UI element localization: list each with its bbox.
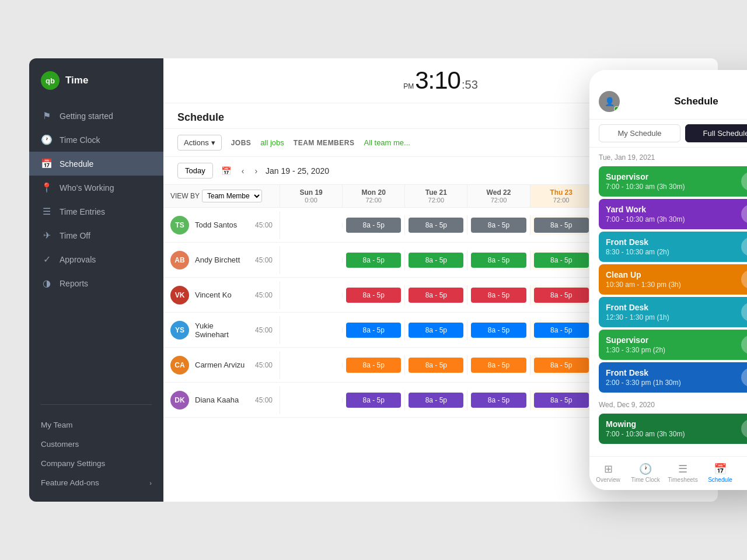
shift-badge[interactable]: 8a - 5p bbox=[534, 358, 589, 373]
sidebar-item-getting-started[interactable]: ⚑ Getting started bbox=[29, 104, 163, 128]
next-week-button[interactable]: › bbox=[252, 165, 260, 177]
shift-cell[interactable]: 8a - 5p bbox=[467, 390, 530, 410]
card-title: Front Desk bbox=[606, 303, 741, 312]
sidebar-link-customers[interactable]: Customers bbox=[29, 435, 163, 454]
shift-badge[interactable]: 8a - 5p bbox=[471, 288, 526, 303]
shift-cell[interactable]: 8a - 5p bbox=[530, 250, 593, 270]
sidebar-link-company-settings[interactable]: Company Settings bbox=[29, 454, 163, 473]
shift-badge[interactable]: 8a - 5p bbox=[471, 393, 526, 408]
sidebar-item-time-off[interactable]: ✈ Time Off bbox=[29, 223, 163, 247]
shift-badge[interactable]: 8a - 5p bbox=[471, 218, 526, 233]
shift-cell[interactable]: 8a - 5p bbox=[467, 215, 530, 235]
qb-logo-icon: qb bbox=[41, 71, 60, 90]
all-jobs-link[interactable]: all jobs bbox=[260, 138, 284, 147]
time-main: 3:10 bbox=[415, 66, 460, 94]
shift-cell[interactable]: 8a - 5p bbox=[343, 285, 405, 305]
sidebar-label-getting-started: Getting started bbox=[60, 111, 113, 121]
avatar: AB bbox=[170, 251, 189, 270]
shift-badge[interactable]: 8a - 5p bbox=[409, 358, 463, 373]
shift-cell[interactable]: 8a - 5p bbox=[343, 250, 405, 270]
sidebar-item-time-entries[interactable]: ☰ Time Entries bbox=[29, 200, 163, 223]
shift-badge[interactable]: 8a - 5p bbox=[534, 393, 589, 408]
sidebar-item-approvals[interactable]: ✓ Approvals bbox=[29, 247, 163, 271]
prev-week-button[interactable]: ‹ bbox=[239, 165, 247, 177]
shift-badge[interactable]: 8a - 5p bbox=[346, 323, 401, 338]
shift-cell[interactable]: 8a - 5p bbox=[405, 285, 467, 305]
card-title: Front Desk bbox=[606, 237, 741, 247]
schedule-card[interactable]: Mowing 7:00 - 10:30 am (3h 30m) M bbox=[599, 414, 747, 444]
shift-badge[interactable]: 8a - 5p bbox=[534, 253, 589, 268]
bottom-nav-time-clock[interactable]: 🕐 Time Clock bbox=[627, 460, 664, 485]
shift-badge[interactable]: 8a - 5p bbox=[409, 218, 463, 233]
avatar: VK bbox=[170, 286, 189, 304]
schedule-card[interactable]: Supervisor 1:30 - 3:30 pm (2h) S bbox=[599, 330, 747, 360]
shift-badge[interactable]: 8a - 5p bbox=[534, 288, 589, 303]
all-team-link[interactable]: All team me... bbox=[364, 138, 410, 147]
schedule-card[interactable]: Clean Up 10:30 am - 1:30 pm (3h) C bbox=[599, 264, 747, 295]
grid-col-sun-19: Sun 190:00 bbox=[280, 185, 343, 207]
whos-working-icon: 📍 bbox=[41, 182, 53, 193]
actions-button[interactable]: Actions ▾ bbox=[177, 135, 222, 150]
shift-badge[interactable]: 8a - 5p bbox=[471, 323, 526, 338]
shift-cell[interactable]: 8a - 5p bbox=[530, 355, 593, 375]
member-hours: 45:00 bbox=[255, 396, 273, 404]
shift-cell[interactable]: 8a - 5p bbox=[405, 215, 467, 235]
bottom-nav-more[interactable]: ··· More bbox=[739, 460, 747, 485]
schedule-card[interactable]: Front Desk 8:30 - 10:30 am (2h) F bbox=[599, 232, 747, 262]
schedule-card[interactable]: Front Desk 12:30 - 1:30 pm (1h) F bbox=[599, 297, 747, 327]
shift-badge[interactable]: 8a - 5p bbox=[346, 358, 401, 373]
view-by-select[interactable]: Team Membe bbox=[202, 190, 262, 202]
shift-cell[interactable]: 8a - 5p bbox=[405, 390, 467, 410]
sidebar-app-title: Time bbox=[65, 75, 88, 86]
shift-badge[interactable]: 8a - 5p bbox=[409, 393, 463, 408]
shift-badge[interactable]: 8a - 5p bbox=[534, 323, 589, 338]
schedule-card[interactable]: Front Desk 2:00 - 3:30 pm (1h 30m) F bbox=[599, 362, 747, 393]
shift-badge[interactable]: 8a - 5p bbox=[346, 253, 401, 268]
shift-cell[interactable]: 8a - 5p bbox=[467, 250, 530, 270]
sidebar-link-my-team[interactable]: My Team bbox=[29, 415, 163, 435]
shift-badge[interactable]: 8a - 5p bbox=[346, 393, 401, 408]
phone-status-bar bbox=[589, 70, 747, 86]
member-name: Vincent Ko bbox=[195, 290, 232, 299]
sidebar-nav: ⚑ Getting started 🕐 Time Clock 📅 Schedul… bbox=[29, 100, 163, 398]
schedule-card[interactable]: Yard Work 7:00 - 10:30 am (3h 30m) Y bbox=[599, 199, 747, 229]
shift-cell[interactable]: 8a - 5p bbox=[467, 320, 530, 340]
shift-badge[interactable]: 8a - 5p bbox=[471, 253, 526, 268]
shift-cell[interactable]: 8a - 5p bbox=[530, 390, 593, 410]
shift-cell[interactable]: 8a - 5p bbox=[530, 320, 593, 340]
shift-cell[interactable]: 8a - 5p bbox=[467, 285, 530, 305]
shift-cell[interactable]: 8a - 5p bbox=[343, 355, 405, 375]
bottom-nav-schedule[interactable]: 📅 Schedule bbox=[701, 460, 739, 485]
my-schedule-tab[interactable]: My Schedule bbox=[599, 124, 680, 142]
schedule-card[interactable]: Supervisor 7:00 - 10:30 am (3h 30m) S bbox=[599, 166, 747, 197]
card-title: Supervisor bbox=[606, 172, 741, 181]
bottom-nav-timesheets[interactable]: ☰ Timesheets bbox=[664, 460, 701, 485]
shift-badge[interactable]: 8a - 5p bbox=[409, 288, 463, 303]
shift-badge[interactable]: 8a - 5p bbox=[346, 288, 401, 303]
today-button[interactable]: Today bbox=[177, 163, 213, 178]
calendar-icon[interactable]: 📅 bbox=[219, 165, 233, 177]
shift-badge[interactable]: 8a - 5p bbox=[346, 218, 401, 233]
sidebar-item-reports[interactable]: ◑ Reports bbox=[29, 271, 163, 295]
sidebar-link-feature-add-ons[interactable]: Feature Add-ons› bbox=[29, 473, 163, 492]
bottom-nav-overview[interactable]: ⊞ Overview bbox=[589, 460, 627, 485]
card-title: Clean Up bbox=[606, 270, 741, 279]
shift-cell[interactable]: 8a - 5p bbox=[343, 215, 405, 235]
shift-cell[interactable]: 8a - 5p bbox=[467, 355, 530, 375]
sidebar-item-time-clock[interactable]: 🕐 Time Clock bbox=[29, 128, 163, 152]
shift-badge[interactable]: 8a - 5p bbox=[534, 218, 589, 233]
shift-badge[interactable]: 8a - 5p bbox=[409, 323, 463, 338]
full-schedule-tab[interactable]: Full Schedule bbox=[685, 124, 747, 142]
sidebar-item-whos-working[interactable]: 📍 Who's Working bbox=[29, 176, 163, 200]
shift-cell[interactable]: 8a - 5p bbox=[343, 320, 405, 340]
sidebar-item-schedule[interactable]: 📅 Schedule bbox=[29, 152, 163, 176]
shift-cell[interactable]: 8a - 5p bbox=[405, 250, 467, 270]
shift-cell[interactable]: 8a - 5p bbox=[530, 285, 593, 305]
shift-cell[interactable]: 8a - 5p bbox=[530, 215, 593, 235]
time-off-icon: ✈ bbox=[41, 230, 53, 241]
shift-cell[interactable]: 8a - 5p bbox=[405, 320, 467, 340]
shift-cell[interactable]: 8a - 5p bbox=[343, 390, 405, 410]
shift-badge[interactable]: 8a - 5p bbox=[471, 358, 526, 373]
shift-badge[interactable]: 8a - 5p bbox=[409, 253, 463, 268]
shift-cell[interactable]: 8a - 5p bbox=[405, 355, 467, 375]
